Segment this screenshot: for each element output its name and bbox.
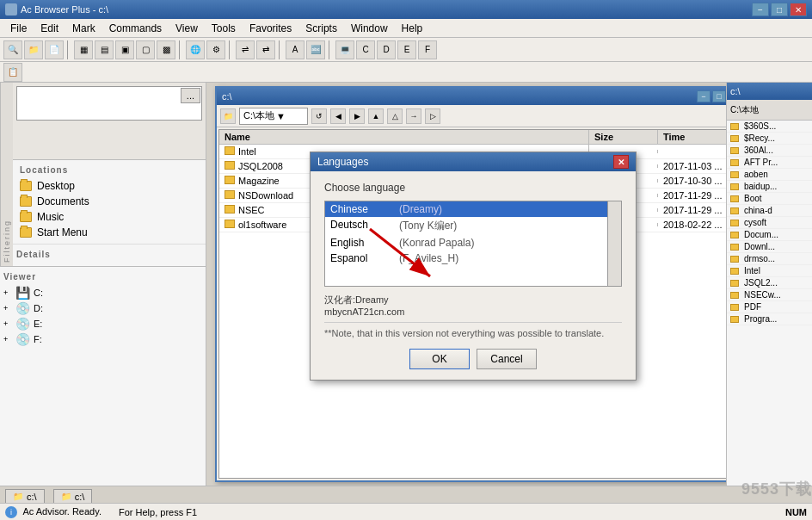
list-item[interactable]: Docum... [727, 229, 812, 241]
list-item[interactable]: Downl... [727, 241, 812, 253]
window-controls: − □ ✕ [752, 3, 807, 16]
location-documents-label: Documents [37, 195, 89, 207]
toolbar-btn-4[interactable]: ▦ [74, 40, 93, 59]
list-item[interactable]: china-d [727, 205, 812, 217]
drive-e[interactable]: + 💿 E: [3, 316, 202, 331]
list-item[interactable]: AFT Pr... [727, 157, 812, 169]
list-item[interactable]: Intel [727, 265, 812, 277]
toolbar-btn-17[interactable]: D [377, 40, 396, 59]
dialog-buttons: OK Cancel [324, 349, 622, 369]
list-item[interactable]: $360S... [727, 121, 812, 133]
toolbar-btn-13[interactable]: A [286, 40, 304, 59]
lang-item-deutsch[interactable]: Deutsch (Tony K编er) [325, 217, 607, 235]
toolbar-btn-3[interactable]: 📄 [45, 40, 64, 59]
menu-view[interactable]: View [169, 21, 205, 36]
toolbar-btn-15[interactable]: 💻 [335, 40, 354, 59]
menu-tools[interactable]: Tools [205, 21, 243, 36]
toolbar-btn-11[interactable]: ⇌ [236, 40, 255, 59]
menu-favorites[interactable]: Favorites [243, 21, 298, 36]
list-item[interactable]: JSQL2... [727, 277, 812, 289]
details-section: Details [13, 245, 206, 266]
toolbar-sep-1 [67, 40, 71, 59]
locations-label: Locations [20, 164, 199, 178]
languages-dialog: Languages ✕ Choose language Chinese (Dre… [310, 152, 637, 381]
toolbar2-btn-1[interactable]: 📋 [3, 63, 22, 82]
toolbar-btn-10[interactable]: ⚙ [206, 40, 225, 59]
path-tab-2[interactable]: 📁 c:\ [53, 489, 93, 505]
drive-f-label: F: [34, 334, 42, 344]
drive-f[interactable]: + 💿 F: [3, 331, 202, 347]
toolbar-btn-6[interactable]: ▣ [115, 40, 134, 59]
list-item[interactable]: 360Al... [727, 145, 812, 157]
drive-d[interactable]: + 💿 D: [3, 300, 202, 316]
list-item[interactable]: NSECw... [727, 289, 812, 301]
toolbar-btn-2[interactable]: 📁 [24, 40, 43, 59]
toolbar-btn-16[interactable]: C [356, 40, 375, 59]
list-item[interactable]: baidup... [727, 181, 812, 193]
list-item[interactable]: drmso... [727, 253, 812, 265]
left-panel: Filtering ... Locations Desktop Document… [0, 83, 206, 486]
app-title: Ac Browser Plus - c:\ [21, 4, 108, 15]
path-tab-1[interactable]: 📁 c:\ [5, 489, 45, 505]
dialog-close-button[interactable]: ✕ [613, 155, 629, 169]
menu-edit[interactable]: Edit [34, 21, 65, 36]
main-toolbar: 🔍 📁 📄 ▦ ▤ ▣ ▢ ▩ 🌐 ⚙ ⇌ ⇄ A 🔤 💻 C D E F [0, 38, 812, 62]
path-tab-2-text: c:\ [75, 492, 85, 502]
toolbar-btn-19[interactable]: F [418, 40, 437, 59]
right-panel: c:\ C:\本地 $360S... $Recy... 360Al... AFT… [726, 83, 812, 486]
toolbar-btn-5[interactable]: ▤ [95, 40, 114, 59]
help-text: For Help, press F1 [119, 507, 197, 517]
cancel-button[interactable]: Cancel [477, 349, 537, 369]
toolbar-btn-9[interactable]: 🌐 [186, 40, 205, 59]
lang-item-espanol[interactable]: Espanol (F_Aviles_H) [325, 251, 607, 266]
location-music[interactable]: Music [20, 209, 199, 225]
folder-icon-music [20, 212, 32, 222]
folder-icon-documents [20, 196, 32, 207]
location-startmenu[interactable]: Start Menu [20, 225, 199, 240]
language-list[interactable]: Chinese (Dreamy) Deutsch (Tony K编er) Eng… [324, 201, 608, 287]
list-item[interactable]: cysoft [727, 217, 812, 229]
lang-item-chinese[interactable]: Chinese (Dreamy) [325, 201, 607, 217]
drive-c[interactable]: + 💾 C: [3, 285, 202, 300]
menu-mark[interactable]: Mark [65, 21, 102, 36]
status-text: Ac Advisor. Ready. [22, 506, 102, 517]
drive-d-label: D: [34, 303, 43, 313]
menu-file[interactable]: File [3, 21, 34, 36]
status-icon: i [5, 506, 17, 518]
minimize-button[interactable]: − [752, 3, 769, 16]
viewer-label: Viewer [3, 270, 202, 285]
toolbar-btn-12[interactable]: ⇄ [256, 40, 275, 59]
toolbar-btn-14[interactable]: 🔤 [306, 40, 325, 59]
toolbar-btn-7[interactable]: ▢ [136, 40, 155, 59]
right-panel-title: c:\ [727, 83, 812, 100]
close-button[interactable]: ✕ [790, 3, 807, 16]
toolbar-sep-4 [279, 40, 282, 59]
num-lock-indicator: NUM [785, 507, 807, 517]
filter-more-button[interactable]: ... [181, 88, 200, 103]
list-item[interactable]: Boot [727, 193, 812, 205]
location-desktop[interactable]: Desktop [20, 178, 199, 194]
list-item[interactable]: aoben [727, 169, 812, 181]
maximize-button[interactable]: □ [771, 3, 788, 16]
filter-section: ... [13, 83, 206, 160]
menu-commands[interactable]: Commands [102, 21, 169, 36]
ok-button[interactable]: OK [409, 349, 470, 369]
toolbar-btn-1[interactable]: 🔍 [3, 40, 22, 59]
drive-c-label: C: [34, 288, 43, 298]
menu-window[interactable]: Window [344, 21, 395, 36]
menu-help[interactable]: Help [395, 21, 430, 36]
toolbar-btn-18[interactable]: E [397, 40, 416, 59]
toolbar-btn-8[interactable]: ▩ [157, 40, 175, 59]
folder-icon-startmenu [20, 227, 32, 238]
location-documents[interactable]: Documents [20, 194, 199, 209]
menu-scripts[interactable]: Scripts [298, 21, 344, 36]
filtering-side-label: Filtering [0, 83, 13, 266]
filter-input-area[interactable] [16, 86, 202, 121]
dialog-note: **Note, that in this version not everyth… [324, 322, 622, 338]
list-item[interactable]: Progra... [727, 313, 812, 325]
folder-icon-desktop [20, 181, 32, 191]
list-item[interactable]: PDF [727, 301, 812, 313]
lang-list-scrollbar[interactable] [608, 201, 622, 287]
lang-item-english[interactable]: English (Konrad Papala) [325, 235, 607, 251]
list-item[interactable]: $Recy... [727, 133, 812, 145]
